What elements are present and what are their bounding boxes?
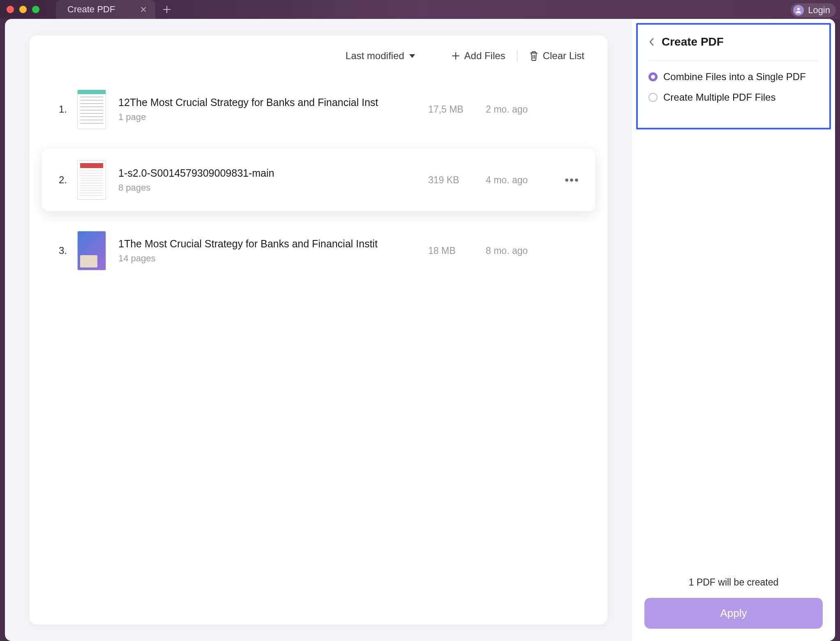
traffic-lights <box>7 6 39 13</box>
file-date: 4 mo. ago <box>486 175 560 186</box>
file-size: 319 KB <box>428 175 486 186</box>
radio-icon <box>648 93 658 102</box>
option-combine[interactable]: Combine Files into a Single PDF <box>648 71 819 83</box>
option-multiple[interactable]: Create Multiple PDF Files <box>648 92 819 103</box>
clear-list-button[interactable]: Clear List <box>529 50 584 62</box>
add-files-button[interactable]: Add Files <box>451 50 505 62</box>
side-footer: 1 PDF will be created Apply <box>632 567 835 641</box>
file-meta: 1-s2.0-S0014579309009831-main 8 pages <box>118 167 428 193</box>
window-titlebar: Create PDF Login <box>0 0 840 19</box>
file-name: 1The Most Crucial Strategy for Banks and… <box>118 238 428 250</box>
side-options: Combine Files into a Single PDF Create M… <box>648 71 819 103</box>
chevron-left-icon <box>648 37 655 47</box>
file-size: 17,5 MB <box>428 104 486 115</box>
sort-label: Last modified <box>346 50 404 62</box>
file-row[interactable]: 2. 1-s2.0-S0014579309009831-main 8 pages… <box>42 149 595 211</box>
svg-point-0 <box>797 8 800 10</box>
row-index: 3. <box>53 245 73 256</box>
minimize-window-button[interactable] <box>19 6 27 13</box>
tab-create-pdf[interactable]: Create PDF <box>56 0 155 19</box>
tab-title: Create PDF <box>67 4 115 15</box>
file-pages: 8 pages <box>118 182 428 193</box>
maximize-window-button[interactable] <box>32 6 39 13</box>
option-combine-label: Combine Files into a Single PDF <box>663 71 806 83</box>
toolbar-separator <box>517 50 517 62</box>
login-label: Login <box>808 5 830 16</box>
main-panel: Last modified Add Files Clear List <box>5 19 632 641</box>
avatar-icon <box>793 5 804 16</box>
radio-icon <box>648 72 658 81</box>
file-row[interactable]: 1. 12The Most Crucial Strategy for Banks… <box>42 78 595 141</box>
row-menu-button[interactable]: ••• <box>560 173 584 187</box>
file-thumbnail <box>77 160 106 200</box>
file-meta: 12The Most Crucial Strategy for Banks an… <box>118 97 428 122</box>
clear-list-label: Clear List <box>543 50 584 62</box>
file-name: 12The Most Crucial Strategy for Banks an… <box>118 97 428 108</box>
side-header: Create PDF <box>648 35 819 60</box>
option-multiple-label: Create Multiple PDF Files <box>663 92 775 103</box>
add-files-label: Add Files <box>464 50 505 62</box>
file-thumbnail <box>77 231 106 270</box>
file-list-card: Last modified Add Files Clear List <box>30 35 607 625</box>
file-row[interactable]: 3. 1The Most Crucial Strategy for Banks … <box>42 219 595 282</box>
row-index: 1. <box>53 104 73 115</box>
side-title: Create PDF <box>662 35 724 48</box>
sort-dropdown[interactable]: Last modified <box>346 50 415 62</box>
side-status: 1 PDF will be created <box>689 577 779 588</box>
file-list: 1. 12The Most Crucial Strategy for Banks… <box>42 70 595 282</box>
side-panel: Create PDF Combine Files into a Single P… <box>632 19 835 641</box>
file-date: 8 mo. ago <box>486 245 560 256</box>
caret-down-icon <box>409 54 415 58</box>
add-tab-button[interactable] <box>163 5 171 14</box>
apply-button[interactable]: Apply <box>644 598 823 629</box>
file-size: 18 MB <box>428 245 486 256</box>
apply-label: Apply <box>720 607 747 619</box>
file-pages: 1 page <box>118 112 428 122</box>
close-tab-button[interactable] <box>140 6 147 13</box>
row-index: 2. <box>53 174 73 186</box>
back-button[interactable] <box>648 37 655 47</box>
toolbar: Last modified Add Files Clear List <box>42 50 595 70</box>
file-pages: 14 pages <box>118 253 428 264</box>
login-button[interactable]: Login <box>791 3 836 17</box>
side-panel-highlighted: Create PDF Combine Files into a Single P… <box>636 23 831 129</box>
workspace: Last modified Add Files Clear List <box>5 19 835 641</box>
file-meta: 1The Most Crucial Strategy for Banks and… <box>118 238 428 264</box>
plus-icon <box>451 51 460 60</box>
trash-icon <box>529 51 539 61</box>
file-thumbnail <box>77 90 106 129</box>
file-name: 1-s2.0-S0014579309009831-main <box>118 167 428 179</box>
file-date: 2 mo. ago <box>486 104 560 115</box>
close-window-button[interactable] <box>7 6 14 13</box>
